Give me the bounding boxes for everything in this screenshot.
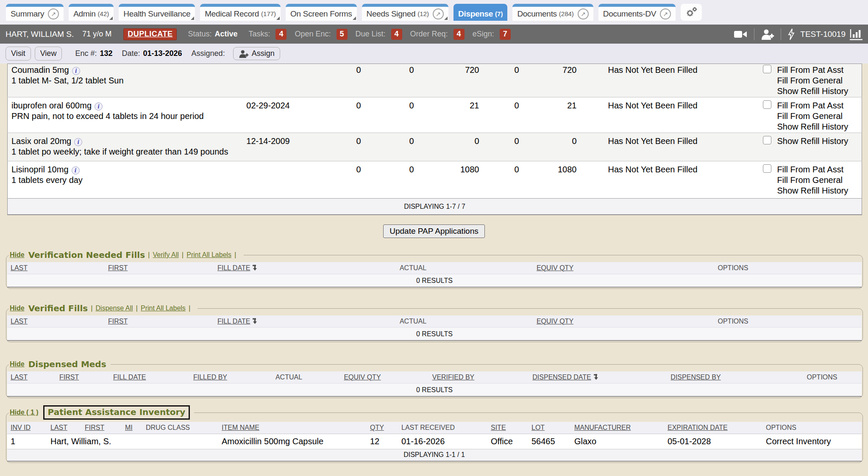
tab-on-screen-forms[interactable]: On Screen Forms [286,4,356,21]
med-checkbox[interactable] [763,136,771,144]
view-button[interactable]: View [35,47,62,61]
col-header-manufacturer[interactable]: MANUFACTURER [571,422,664,434]
med-checkbox[interactable] [763,100,771,109]
print-all-labels-link[interactable]: Print All Labels [186,251,231,259]
fill-from-general-link[interactable]: Fill From General [777,175,862,185]
col-header-mi[interactable]: MI [122,422,142,434]
hide-link[interactable]: Hide [10,360,25,368]
hide-link[interactable]: Hide [10,251,25,259]
med-checkbox[interactable] [763,65,771,73]
show-refill-history-link[interactable]: Show Refill History [777,86,862,97]
col-header-dispensed-date[interactable]: DISPENSED DATE [523,371,609,383]
med-name: Lisinopril 10mg [11,165,69,174]
col-header-fill-date[interactable]: FILL DATE [214,262,321,274]
esign-count-badge[interactable]: 7 [500,29,511,40]
med-date [236,64,300,97]
med-checkbox[interactable] [763,164,771,173]
video-camera-icon[interactable] [733,29,748,39]
col-header-last[interactable]: LAST [7,315,105,327]
col-header-filled-by[interactable]: FILLED BY [190,371,237,383]
col-header-fill-date[interactable]: FILL DATE [110,371,190,383]
col-header-dispensed-by[interactable]: DISPENSED BY [609,371,783,383]
dispensed-meds-section: HideDispensed Meds LAST FIRST FILL DATE … [6,359,863,398]
tab-needs-signed[interactable]: Needs Signed(12)↗ [362,4,448,21]
med-date: 02-29-2024 [236,97,300,133]
col-header-equiv-qty[interactable]: EQUIV QTY [341,371,384,383]
col-header-lot[interactable]: LOT [528,422,571,434]
hide-link[interactable]: Hide ( 1 ) [10,409,39,416]
assign-button[interactable]: Assign [233,47,280,60]
open-in-new-icon[interactable]: ↗ [433,8,444,19]
show-refill-history-link[interactable]: Show Refill History [777,122,862,132]
col-header-first[interactable]: FIRST [81,422,122,434]
add-user-icon[interactable] [761,29,774,40]
tab-health-surveillance[interactable]: Health Surveillance [119,4,195,21]
correct-inventory-link[interactable]: Correct Inventory [762,434,862,449]
lightning-icon[interactable] [787,28,795,40]
col-header-site[interactable]: SITE [487,422,528,434]
status-value: Active [214,30,237,39]
order-req-count-badge[interactable]: 4 [453,29,465,40]
med-sig: 1 tablets every day [8,175,236,185]
due-list-count-badge[interactable]: 4 [391,29,402,40]
med-name: Coumadin 5mg [11,65,69,75]
col-header-first[interactable]: FIRST [105,262,214,274]
visit-button[interactable]: Visit [6,47,31,61]
add-user-icon [239,50,249,58]
verify-all-link[interactable]: Verify All [153,251,178,259]
col-header-equiv-qty[interactable]: EQUIV QTY [506,315,605,327]
col-header-fill-date[interactable]: FILL DATE [214,315,321,327]
tab-dispense[interactable]: Dispense(7) [453,4,507,21]
open-in-new-icon[interactable]: ↗ [48,8,59,19]
info-icon[interactable]: i [72,67,80,75]
fill-from-pat-asst-link[interactable]: Fill From Pat Asst [777,100,862,111]
med-status: Has Not Yet Been Filled [586,133,759,161]
tab-documents-dv[interactable]: Documents-DV↗ [598,4,676,21]
open-in-new-icon[interactable]: ↗ [578,8,589,19]
tab-bar: Summary↗ Admin(42) Health Surveillance M… [0,0,868,25]
patient-age-sex: 71 y/o M [82,30,111,39]
col-header-first[interactable]: FIRST [56,371,110,383]
status-label: Status: [188,30,211,39]
col-header-verified-by[interactable]: VERIFIED BY [384,371,523,383]
fill-from-general-link[interactable]: Fill From General [777,75,862,86]
col-header-inv-id[interactable]: INV ID [7,422,47,434]
col-header-last[interactable]: LAST [47,422,81,434]
tab-summary[interactable]: Summary↗ [6,4,64,21]
col-header-last[interactable]: LAST [7,371,56,383]
open-enc-count-badge[interactable]: 5 [337,29,348,40]
col-header-qty[interactable]: QTY [367,422,398,434]
show-refill-history-link[interactable]: Show Refill History [777,136,862,147]
settings-button[interactable] [681,4,702,21]
info-icon[interactable]: i [74,138,82,146]
duplicate-badge[interactable]: DUPLICATE [123,28,177,40]
show-refill-history-link[interactable]: Show Refill History [777,185,862,196]
hide-link[interactable]: Hide [10,304,25,312]
tab-admin[interactable]: Admin(42) [69,4,114,21]
col-header-last[interactable]: LAST [7,262,105,274]
col-header-equiv-qty[interactable]: EQUIV QTY [506,262,605,274]
open-enc-label: Open Enc: [295,30,331,39]
update-pap-button[interactable]: Update PAP Applications [383,224,485,238]
tab-documents[interactable]: Documents(284)↗ [512,4,593,21]
tab-count: (7) [495,10,503,17]
info-icon[interactable]: i [72,166,80,174]
pai-table-footer: DISPLAYING 1-1 / 1 [7,449,862,461]
info-icon[interactable]: i [95,102,103,111]
print-all-labels-link[interactable]: Print All Labels [141,304,186,312]
med-qty2: 0 [372,97,425,133]
tab-medical-record[interactable]: Medical Record(177) [200,4,281,21]
gear-icon [685,6,698,19]
col-header-expiration-date[interactable]: EXPIRATION DATE [664,422,762,434]
col-header-first[interactable]: FIRST [105,315,214,327]
dispense-all-link[interactable]: Dispense All [96,304,133,312]
tab-count: (12) [417,10,429,17]
chart-icon[interactable] [850,28,862,40]
fill-from-pat-asst-link[interactable]: Fill From Pat Asst [777,65,862,75]
fill-from-general-link[interactable]: Fill From General [777,111,862,122]
open-in-new-icon[interactable]: ↗ [660,8,671,19]
col-header-item-name[interactable]: ITEM NAME [218,422,367,434]
fill-from-pat-asst-link[interactable]: Fill From Pat Asst [777,164,862,175]
dispense-content: Coumadin 5mgi1 tablet M- Sat, 1/2 tablet… [0,64,868,463]
tasks-count-badge[interactable]: 4 [275,29,287,40]
